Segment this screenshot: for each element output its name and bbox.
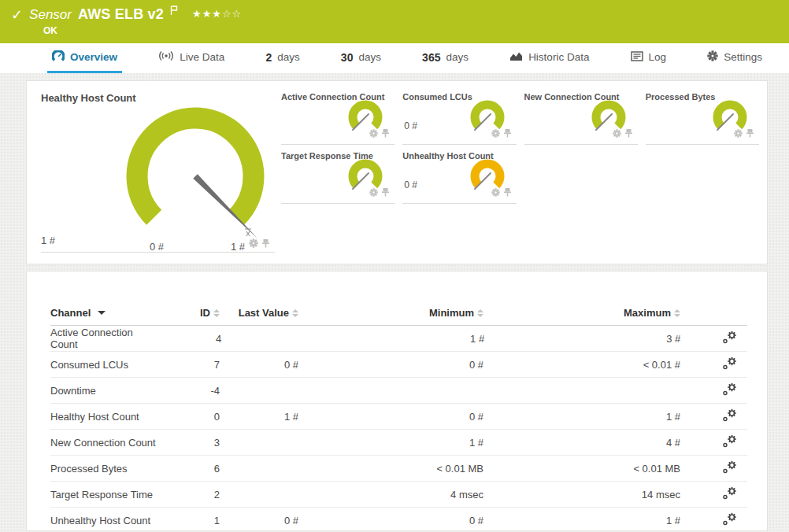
channel-settings-gear-icon[interactable] xyxy=(722,460,738,476)
channel-last-value: 0 # xyxy=(220,515,298,526)
channel-settings-gear-icon[interactable] xyxy=(722,486,738,502)
tab-label: Settings xyxy=(724,51,762,63)
gauge-icon xyxy=(52,50,65,65)
table-body: Active Connection Count 4 1 # 3 # Consum… xyxy=(50,326,747,532)
tab-historic-data[interactable]: Historic Data xyxy=(505,43,594,73)
channel-settings-gear-icon[interactable] xyxy=(722,331,738,346)
gauge-settings-gear-icon[interactable] xyxy=(613,127,621,141)
log-icon xyxy=(631,51,643,64)
channel-settings-gear-icon[interactable] xyxy=(722,512,738,528)
sort-last-value[interactable]: Last Value xyxy=(220,307,298,319)
table-header-row: Channel ID Last Value Minimum Maximum xyxy=(50,307,747,326)
channel-id: 6 xyxy=(161,463,220,475)
priority-stars[interactable]: ★★★☆☆ xyxy=(192,8,242,20)
sort-desc-icon xyxy=(98,311,106,315)
table-row: Unhealthy Host Count 1 0 # 0 # 1 # xyxy=(50,508,747,532)
tab-days-2[interactable]: 2days xyxy=(261,43,304,73)
channel-id: -4 xyxy=(161,385,220,397)
big-gauge-cell: Healthy Host Count 0 # 1 # x 1 # xyxy=(35,87,275,257)
gauge-pin-icon[interactable] xyxy=(503,127,512,141)
gauge-cell-unhealthy-host-count: Unhealthy Host Count 0 # xyxy=(402,146,516,204)
gauge-pin-icon[interactable] xyxy=(381,127,390,141)
channel-settings-gear-icon[interactable] xyxy=(722,408,738,424)
sort-maximum[interactable]: Maximum xyxy=(483,307,680,319)
tab-days-30[interactable]: 30days xyxy=(336,43,386,73)
channel-settings-gear-icon[interactable] xyxy=(722,382,738,398)
channel-maximum: < 0.01 # xyxy=(483,359,680,371)
channel-name[interactable]: Processed Bytes xyxy=(50,463,161,475)
channel-settings-gear-icon[interactable] xyxy=(722,434,738,450)
table-row: New Connection Count 3 1 # 4 # xyxy=(50,430,747,456)
small-gauges-grid: Active Connection Count Consumed LCUs 0 … xyxy=(281,87,759,257)
table-row: Active Connection Count 4 1 # 3 # xyxy=(50,326,747,352)
gauges-panel: Healthy Host Count 0 # 1 # x 1 # Active … xyxy=(26,80,768,264)
object-kind-label: Sensor xyxy=(29,7,72,23)
channel-minimum: 0 # xyxy=(298,359,483,371)
gauge-pin-icon[interactable] xyxy=(381,186,390,200)
tab-label: days xyxy=(446,51,469,63)
tab-number: 365 xyxy=(422,51,440,64)
channel-name[interactable]: New Connection Count xyxy=(50,437,161,449)
channel-name[interactable]: Consumed LCUs xyxy=(50,359,161,371)
tab-label: Log xyxy=(649,51,667,63)
channel-id: 4 xyxy=(163,333,222,345)
channel-name[interactable]: Downtime xyxy=(50,385,161,397)
big-gauge-value: 1 # xyxy=(41,235,55,246)
channel-maximum: 1 # xyxy=(483,411,680,423)
tab-number: 2 xyxy=(265,51,272,64)
tab-label: Overview xyxy=(70,51,117,63)
table-row: Healthy Host Count 0 1 # 0 # 1 # xyxy=(50,404,747,430)
tab-settings[interactable]: Settings xyxy=(702,43,767,73)
channel-maximum: 4 # xyxy=(483,437,680,449)
channel-name[interactable]: Target Response Time xyxy=(50,489,161,501)
channel-name[interactable]: Unhealthy Host Count xyxy=(50,515,161,526)
sensor-status-header: ✓ Sensor AWS ELB v2 ★★★☆☆ OK xyxy=(0,0,789,43)
sort-channel[interactable]: Channel xyxy=(50,307,106,319)
gauge-settings-gear-icon[interactable] xyxy=(491,127,500,141)
gauge-settings-gear-icon[interactable] xyxy=(249,237,258,251)
gauge-pin-icon[interactable] xyxy=(624,127,633,141)
gauge-settings-gear-icon[interactable] xyxy=(734,127,743,141)
channel-name[interactable]: Active Connection Count xyxy=(50,327,163,350)
channel-maximum: 14 msec xyxy=(483,489,680,501)
tab-label: days xyxy=(277,51,300,63)
gauge-value: 0 # xyxy=(404,179,417,190)
gauge-settings-gear-icon[interactable] xyxy=(369,186,378,200)
live-icon xyxy=(158,50,174,64)
svg-text:1 #: 1 # xyxy=(231,241,246,253)
channel-name[interactable]: Healthy Host Count xyxy=(50,411,161,423)
gauge-settings-gear-icon[interactable] xyxy=(491,186,500,200)
channel-minimum: 1 # xyxy=(298,437,483,449)
table-row: Target Response Time 2 4 msec 14 msec xyxy=(50,482,747,508)
channel-settings-gear-icon[interactable] xyxy=(722,357,738,372)
tab-live-data[interactable]: Live Data xyxy=(154,43,229,73)
channel-maximum: 1 # xyxy=(483,515,680,526)
gauge-pin-icon[interactable] xyxy=(746,127,754,141)
tab-days-365[interactable]: 365days xyxy=(417,43,473,73)
sort-icon xyxy=(213,309,220,317)
gauge-pin-icon[interactable] xyxy=(503,186,512,200)
channel-minimum: 0 # xyxy=(298,515,483,526)
channel-maximum: < 0.01 MB xyxy=(483,463,680,475)
sensor-title: AWS ELB v2 xyxy=(78,6,164,23)
gauge-pin-icon[interactable] xyxy=(261,237,270,251)
gauge-value: 0 # xyxy=(404,120,417,131)
channel-last-value: 1 # xyxy=(220,411,298,423)
divider xyxy=(41,252,275,253)
tab-overview[interactable]: Overview xyxy=(47,43,122,73)
gauge-cell-active-connection-count: Active Connection Count xyxy=(281,87,394,145)
tab-bar: Overview Live Data2days30days365days His… xyxy=(0,43,789,73)
svg-text:0 #: 0 # xyxy=(150,241,165,253)
channel-id: 3 xyxy=(161,437,220,449)
channel-maximum: 3 # xyxy=(484,333,680,345)
sort-icon xyxy=(674,309,680,317)
gauge-cell-new-connection-count: New Connection Count xyxy=(524,87,638,145)
sort-minimum[interactable]: Minimum xyxy=(298,307,483,319)
table-row: Consumed LCUs 7 0 # 0 # < 0.01 # xyxy=(50,352,747,378)
tab-log[interactable]: Log xyxy=(626,43,672,73)
gauge-settings-gear-icon[interactable] xyxy=(369,127,378,141)
sort-id[interactable]: ID xyxy=(161,307,220,319)
gauge-cell-consumed-lcus: Consumed LCUs 0 # xyxy=(402,87,516,145)
sort-icon xyxy=(292,309,298,317)
channel-minimum: 1 # xyxy=(300,333,484,345)
